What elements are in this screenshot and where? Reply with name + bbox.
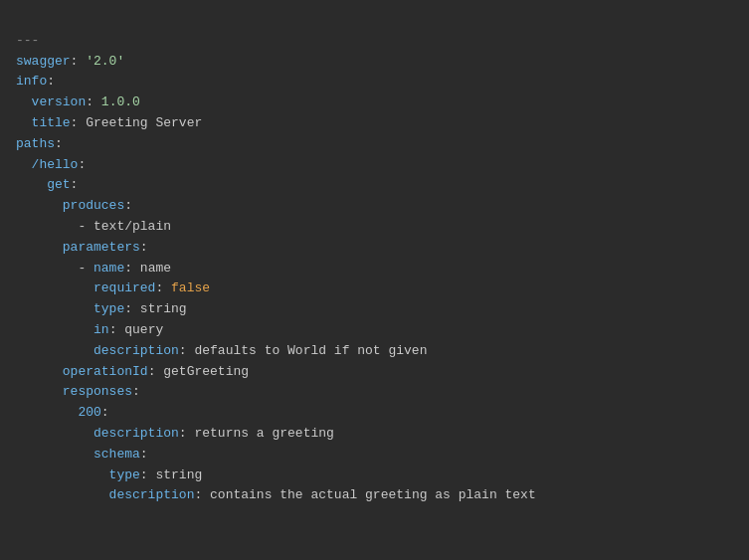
line-title: title: Greeting Server xyxy=(16,113,733,134)
line-type: type: string xyxy=(16,299,733,320)
line-produces: produces: xyxy=(16,196,733,217)
line-required: required: false xyxy=(16,279,733,299)
line-info: info: xyxy=(16,72,733,93)
line-get: get: xyxy=(16,175,733,196)
line-dashes: --- xyxy=(16,31,733,52)
line-version: version: 1.0.0 xyxy=(16,93,733,113)
line-in: in: query xyxy=(16,320,733,341)
line-operationid: operationId: getGreeting xyxy=(16,362,733,383)
line-textplain: - text/plain xyxy=(16,217,733,238)
line-schema: schema: xyxy=(16,445,733,466)
line-name-item: - name: name xyxy=(16,259,733,280)
line-paths: paths: xyxy=(16,134,733,155)
line-parameters: parameters: xyxy=(16,238,733,259)
line-description3: description: contains the actual greetin… xyxy=(16,485,733,506)
line-hello: /hello: xyxy=(16,155,733,176)
line-description2: description: returns a greeting xyxy=(16,424,733,445)
code-editor: ---swagger: '2.0'info: version: 1.0.0 ti… xyxy=(16,10,733,506)
line-200: 200: xyxy=(16,403,733,424)
line-swagger: swagger: '2.0' xyxy=(16,52,733,73)
line-type2: type: string xyxy=(16,466,733,486)
line-responses: responses: xyxy=(16,382,733,403)
line-description1: description: defaults to World if not gi… xyxy=(16,341,733,362)
